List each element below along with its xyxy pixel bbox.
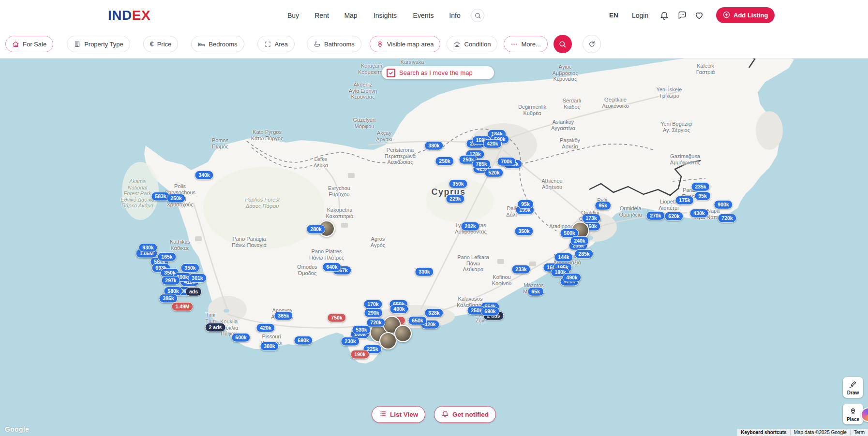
price-marker[interactable]: 95k — [694, 191, 711, 201]
nav-item-map[interactable]: Map — [344, 12, 357, 19]
price-marker[interactable]: 365k — [274, 311, 293, 320]
price-marker[interactable]: 95k — [595, 201, 611, 210]
apply-search-button[interactable] — [554, 35, 572, 53]
language-selector[interactable]: EN — [609, 12, 618, 19]
map-place-label: EvrychouΕυρύχου — [328, 185, 350, 197]
price-marker[interactable]: 1.49M — [171, 302, 193, 311]
price-marker[interactable]: 95k — [517, 200, 534, 209]
price-marker[interactable]: 240k — [570, 236, 589, 246]
price-marker[interactable]: 400k — [389, 305, 408, 314]
logo[interactable]: INDEX — [108, 8, 150, 23]
draw-button[interactable]: Draw — [843, 377, 863, 398]
favorites-heart-icon[interactable] — [694, 11, 704, 20]
list-view-button[interactable]: List View — [372, 406, 425, 423]
refresh-results-button[interactable] — [583, 35, 601, 53]
price-marker[interactable]: 420k — [483, 139, 502, 148]
filter-bedrooms[interactable]: Bedrooms — [191, 36, 244, 52]
price-marker[interactable]: 930k — [138, 243, 157, 252]
price-marker[interactable]: 144k — [554, 253, 573, 262]
map-place-label: GüzelyurtΜόρφου — [353, 117, 375, 129]
price-marker[interactable]: 380k — [424, 141, 443, 150]
nav-item-insights[interactable]: Insights — [374, 12, 397, 19]
listing-photo-marker[interactable] — [394, 325, 412, 342]
price-marker[interactable]: 720k — [366, 318, 385, 327]
ads-marker[interactable]: ads — [185, 287, 202, 296]
get-notified-button[interactable]: Get notified — [434, 406, 496, 423]
keyboard-shortcuts-link[interactable]: Keyboard shortcuts — [737, 430, 790, 435]
price-marker[interactable]: 328k — [424, 308, 443, 318]
draw-label: Draw — [847, 390, 859, 395]
price-marker[interactable]: 175k — [675, 196, 694, 205]
filter-condition[interactable]: Condition — [447, 36, 497, 52]
price-marker[interactable]: 301k — [188, 274, 207, 283]
price-marker[interactable]: 340k — [195, 171, 213, 180]
price-marker[interactable]: 640k — [322, 262, 341, 272]
price-marker[interactable]: 530k — [352, 325, 371, 334]
terms-link[interactable]: Term — [850, 430, 868, 435]
map-canvas[interactable]: KarsıvakaKoruçamΚορμακίτηςAkdenizΑγία Ει… — [0, 0, 868, 436]
messages-chat-icon[interactable] — [677, 11, 687, 20]
price-marker[interactable]: 420k — [256, 323, 275, 333]
price-marker[interactable]: 350k — [514, 227, 533, 236]
price-marker[interactable]: 170k — [363, 300, 382, 309]
nav-item-buy[interactable]: Buy — [287, 12, 299, 19]
price-marker[interactable]: 650k — [408, 316, 427, 325]
price-marker[interactable]: 430k — [689, 209, 708, 218]
price-marker[interactable]: 297k — [161, 276, 180, 285]
notifications-bell-icon[interactable] — [659, 11, 669, 20]
login-link[interactable]: Login — [632, 12, 648, 19]
price-marker[interactable]: 250k — [166, 194, 185, 203]
price-marker[interactable]: 690k — [480, 307, 499, 316]
price-marker[interactable]: 250k — [435, 157, 454, 166]
price-marker[interactable]: 520k — [484, 168, 503, 177]
price-marker[interactable]: 600k — [231, 333, 250, 342]
filter-for-sale[interactable]: For Sale — [5, 36, 53, 52]
filter-visible-map-area[interactable]: Visible map area — [370, 36, 441, 52]
checkbox-checked-icon[interactable] — [387, 69, 395, 77]
filter-property-type[interactable]: Property Type — [67, 36, 130, 52]
nav-item-info[interactable]: Info — [449, 12, 460, 19]
price-marker[interactable]: 350k — [180, 263, 199, 273]
filter-more[interactable]: More... — [504, 36, 547, 52]
price-marker[interactable]: 380k — [260, 342, 279, 351]
price-marker[interactable]: 165k — [157, 252, 176, 262]
place-label: Place — [847, 417, 859, 422]
price-marker[interactable]: 785k — [472, 160, 491, 169]
header-search-button[interactable] — [471, 9, 484, 22]
price-marker[interactable]: 173k — [582, 214, 600, 223]
add-listing-button[interactable]: Add Listing — [716, 7, 775, 23]
map-place-label: AslanköyΑγγαστίνα — [551, 119, 575, 131]
price-marker[interactable]: 690k — [294, 336, 313, 345]
price-marker[interactable]: 280k — [306, 225, 325, 234]
price-marker[interactable]: 750k — [327, 313, 346, 322]
place-button[interactable]: Place — [843, 404, 863, 424]
price-marker[interactable]: 202k — [461, 222, 479, 231]
map-place-label: ΆγιοςΑμβρόσιοςΚερυνείας — [552, 64, 578, 82]
price-marker[interactable]: 229k — [446, 194, 464, 203]
price-marker[interactable]: 270k — [646, 211, 665, 220]
price-marker[interactable]: 190k — [350, 350, 369, 359]
price-marker[interactable]: 230k — [341, 337, 359, 346]
price-marker[interactable]: 290k — [364, 308, 383, 318]
price-marker[interactable]: 490k — [562, 273, 581, 282]
ads-marker[interactable]: 2 ads — [205, 323, 226, 332]
price-marker[interactable]: 330k — [415, 267, 434, 276]
price-marker[interactable]: 620k — [664, 212, 683, 221]
price-marker[interactable]: 900k — [714, 200, 733, 209]
nav-item-rent[interactable]: Rent — [314, 12, 329, 19]
search-as-move-toggle[interactable]: Search as I move the map — [382, 66, 494, 79]
filter-area[interactable]: Area — [257, 36, 295, 52]
price-marker[interactable]: 233k — [511, 265, 530, 274]
price-marker[interactable]: 65k — [527, 287, 544, 296]
nav-item-events[interactable]: Events — [413, 12, 434, 19]
map-place-label: OmodosΌμοδος — [297, 264, 317, 276]
price-marker[interactable]: 350k — [449, 179, 467, 189]
price-marker[interactable]: 385k — [159, 294, 178, 303]
filter-bar: For SaleProperty Type€PriceBedroomsAreaB… — [0, 30, 868, 58]
filter-bathrooms[interactable]: Bathrooms — [307, 36, 361, 52]
price-marker[interactable]: 285k — [574, 249, 593, 259]
price-marker[interactable]: 700k — [497, 157, 516, 166]
filter-price[interactable]: €Price — [143, 36, 178, 52]
price-marker[interactable]: 720k — [718, 214, 736, 223]
price-marker[interactable]: 235k — [691, 182, 710, 191]
